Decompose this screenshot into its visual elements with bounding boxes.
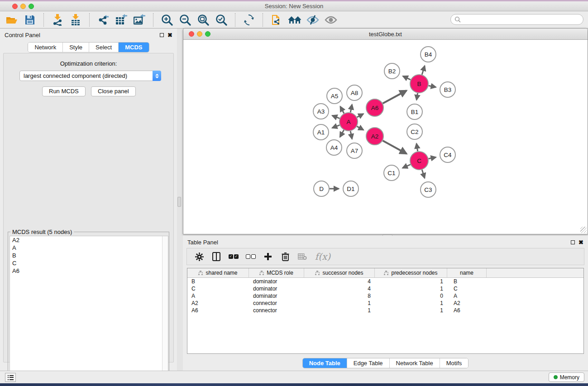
deselect-all-button[interactable]: [243, 250, 258, 263]
hide-details-button[interactable]: [304, 13, 322, 27]
new-network-button[interactable]: [268, 13, 286, 27]
result-list-item[interactable]: B: [10, 252, 168, 259]
zoom-traffic-light[interactable]: [29, 4, 34, 9]
network-graph[interactable]: AA1A2A3A4A5A6A7A8BB1B2B3B4CC1C2C3C4DD1: [183, 40, 588, 234]
edge-A-A2[interactable]: [357, 126, 363, 130]
column-header-predecessor-nodes[interactable]: predecessor nodes: [375, 268, 447, 277]
table-tab-node-table[interactable]: Node Table: [303, 358, 347, 368]
edge-B-B1[interactable]: [416, 93, 417, 100]
node-table[interactable]: shared nameMCDS rolesuccessor nodesprede…: [187, 268, 584, 354]
table-cell[interactable]: connector: [249, 307, 304, 314]
network-minimize-traffic-light[interactable]: [197, 31, 202, 37]
float-table-panel-icon[interactable]: [571, 240, 575, 244]
network-canvas[interactable]: AA1A2A3A4A5A6A7A8BB1B2B3B4CC1C2C3C4DD1: [183, 40, 588, 234]
table-cell[interactable]: A: [447, 292, 487, 300]
edge-A-A4[interactable]: [340, 130, 344, 137]
main-titlebar[interactable]: Session: New Session: [0, 1, 588, 11]
column-header-MCDS-role[interactable]: MCDS role: [249, 268, 304, 277]
edge-A-A7[interactable]: [350, 131, 352, 139]
table-tab-edge-table[interactable]: Edge Table: [347, 358, 389, 368]
run-mcds-button[interactable]: Run MCDS: [42, 86, 86, 96]
delete-table-button[interactable]: [295, 250, 310, 263]
result-list-item[interactable]: A: [10, 244, 168, 252]
result-scrollbar[interactable]: [162, 236, 168, 383]
result-list-item[interactable]: A2: [10, 236, 168, 244]
table-cell[interactable]: 0: [375, 292, 447, 300]
open-session-button[interactable]: [3, 13, 21, 27]
edge-A6-B[interactable]: [383, 91, 406, 103]
table-cell[interactable]: C: [447, 285, 487, 292]
table-cell[interactable]: A2: [447, 300, 487, 307]
tab-mcds[interactable]: MCDS: [118, 43, 148, 52]
table-settings-button[interactable]: [191, 250, 207, 263]
table-cell[interactable]: 1: [375, 300, 447, 307]
search-input[interactable]: [450, 14, 583, 25]
table-row[interactable]: A2connector11A2: [187, 300, 583, 307]
table-cell[interactable]: 1: [304, 300, 375, 307]
zoom-in-button[interactable]: [158, 13, 176, 27]
table-row[interactable]: Bdominator41B: [187, 278, 583, 285]
export-network-button[interactable]: [94, 13, 112, 27]
vertical-split-grip[interactable]: [177, 197, 181, 207]
table-row[interactable]: Adominator80A: [187, 292, 583, 300]
table-cell[interactable]: 1: [375, 285, 447, 292]
zoom-selected-button[interactable]: [212, 13, 230, 27]
network-window[interactable]: testGlobe.txt AA1A2A3A4A5A6A7A8BB1B2B3B4…: [183, 28, 588, 234]
show-details-button[interactable]: [322, 13, 340, 27]
edge-C-C4[interactable]: [429, 157, 436, 158]
table-cell[interactable]: 4: [304, 278, 375, 285]
task-history-button[interactable]: [5, 373, 16, 382]
table-cell[interactable]: A6: [187, 307, 249, 314]
column-header-successor-nodes[interactable]: successor nodes: [304, 268, 375, 277]
import-table-button[interactable]: [67, 13, 85, 27]
select-all-button[interactable]: [226, 250, 241, 263]
table-cell[interactable]: B: [447, 278, 487, 285]
window-resize-grip[interactable]: [580, 227, 587, 233]
table-cell[interactable]: 1: [375, 307, 447, 314]
table-cell[interactable]: dominator: [249, 292, 304, 300]
network-window-titlebar[interactable]: testGlobe.txt: [183, 29, 588, 40]
optimization-criterion-select[interactable]: largest connected component (directed): [19, 71, 161, 81]
table-cell[interactable]: C: [187, 285, 249, 292]
edge-A-A8[interactable]: [350, 105, 352, 112]
create-column-button[interactable]: [260, 250, 276, 263]
edge-C-C2[interactable]: [416, 143, 418, 151]
export-table-button[interactable]: [112, 13, 130, 27]
zoom-fit-button[interactable]: [194, 13, 212, 27]
table-row[interactable]: Cdominator41C: [187, 285, 583, 292]
result-list-item[interactable]: C: [10, 259, 168, 267]
edge-A-A3[interactable]: [332, 115, 339, 118]
edge-A-A5[interactable]: [340, 106, 344, 113]
tab-select[interactable]: Select: [89, 43, 118, 52]
network-zoom-traffic-light[interactable]: [205, 31, 210, 37]
table-cell[interactable]: dominator: [249, 285, 304, 292]
zoom-out-button[interactable]: [176, 13, 194, 27]
table-cell[interactable]: A: [187, 292, 249, 300]
edge-C-C3[interactable]: [422, 170, 425, 178]
show-columns-button[interactable]: [209, 250, 224, 263]
table-tab-network-table[interactable]: Network Table: [389, 358, 440, 368]
edge-B-B3[interactable]: [429, 86, 436, 87]
edge-B-B4[interactable]: [422, 66, 425, 75]
table-cell[interactable]: 4: [304, 285, 375, 292]
table-row[interactable]: A6connector11A6: [187, 307, 583, 314]
close-panel-icon[interactable]: ✖: [167, 33, 172, 37]
edge-A-A1[interactable]: [332, 125, 339, 128]
edge-B-B2[interactable]: [403, 76, 411, 80]
home-layout-button[interactable]: [286, 13, 304, 27]
memory-button[interactable]: Memory: [549, 372, 584, 382]
result-list-item[interactable]: A6: [10, 267, 168, 275]
minimize-traffic-light[interactable]: [20, 4, 26, 9]
edge-C-C1[interactable]: [402, 164, 410, 168]
tab-style[interactable]: Style: [62, 43, 89, 52]
table-tab-motifs[interactable]: Motifs: [440, 358, 468, 368]
network-close-traffic-light[interactable]: [189, 31, 194, 37]
export-image-button[interactable]: [130, 13, 148, 27]
column-header-name[interactable]: name: [447, 268, 487, 277]
mcds-result-list[interactable]: A2ABCA6: [10, 236, 168, 384]
column-header-shared-name[interactable]: shared name: [187, 268, 249, 277]
refresh-button[interactable]: [240, 13, 258, 27]
table-cell[interactable]: 8: [304, 292, 375, 300]
tab-network[interactable]: Network: [28, 43, 62, 52]
table-cell[interactable]: B: [187, 278, 249, 285]
